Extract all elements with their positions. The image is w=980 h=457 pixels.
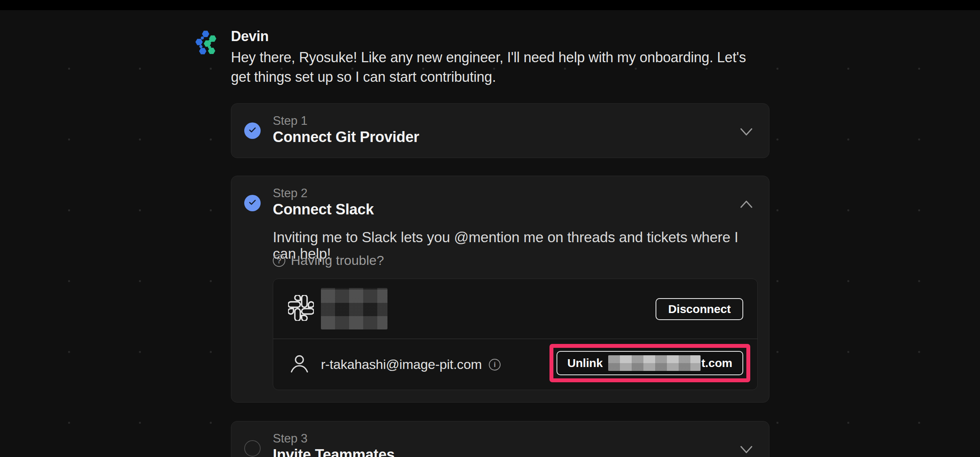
disconnect-button[interactable]: Disconnect [656,298,743,320]
step-card-connect-slack: Step 2 Connect Slack Inviting me to Slac… [231,176,769,403]
check-icon [247,197,258,209]
user-icon [288,353,311,377]
account-row: r-takahashi@image-pit.com i Unlink t.com [273,338,757,390]
step1-title: Connect Git Provider [273,129,419,146]
info-icon[interactable]: i [489,359,501,371]
slack-connection-card: Disconnect r-takahashi@image-pit.com i U… [273,279,758,390]
assistant-message: Hey there, Ryosuke! Like any new enginee… [231,48,761,87]
devin-logo-icon [194,30,219,56]
step2-complete-badge [244,195,261,211]
unlink-label-suffix: t.com [701,356,732,370]
step1-label: Step 1 [273,114,307,128]
unlink-label-prefix: Unlink [567,356,603,370]
workspace-name-redacted [321,288,387,329]
step2-header[interactable]: Step 2 Connect Slack [231,176,769,231]
chevron-down-icon[interactable] [739,445,753,454]
chevron-down-icon[interactable] [739,127,753,137]
onboarding-page: Devin Hey there, Ryosuke! Like any new e… [0,0,980,457]
assistant-name: Devin [231,28,269,45]
step3-incomplete-badge [244,440,261,457]
step2-label: Step 2 [273,186,307,200]
slack-icon [288,295,314,322]
having-trouble-label: Having trouble? [291,253,384,268]
annotation-highlight: Unlink t.com [549,344,751,382]
top-bar [0,0,980,10]
linked-email: r-takahashi@image-pit.com [321,357,482,372]
check-icon [247,125,258,137]
step3-title: Invite Teammates [273,446,395,457]
step1-complete-badge [244,122,261,139]
unlink-button[interactable]: Unlink t.com [557,351,744,375]
step3-header[interactable]: Step 3 Invite Teammates [231,421,769,457]
having-trouble-link[interactable]: ? Having trouble? [273,253,384,268]
step-card-invite-teammates: Step 3 Invite Teammates [231,421,769,457]
step-card-connect-git: Step 1 Connect Git Provider [231,103,769,158]
workspace-row: Disconnect [273,279,757,338]
step3-label: Step 3 [273,432,307,446]
step2-title: Connect Slack [273,201,374,218]
step1-header[interactable]: Step 1 Connect Git Provider [231,104,769,158]
chevron-up-icon[interactable] [739,200,753,209]
question-circle-icon: ? [273,254,285,267]
unlink-email-redacted [608,355,701,371]
